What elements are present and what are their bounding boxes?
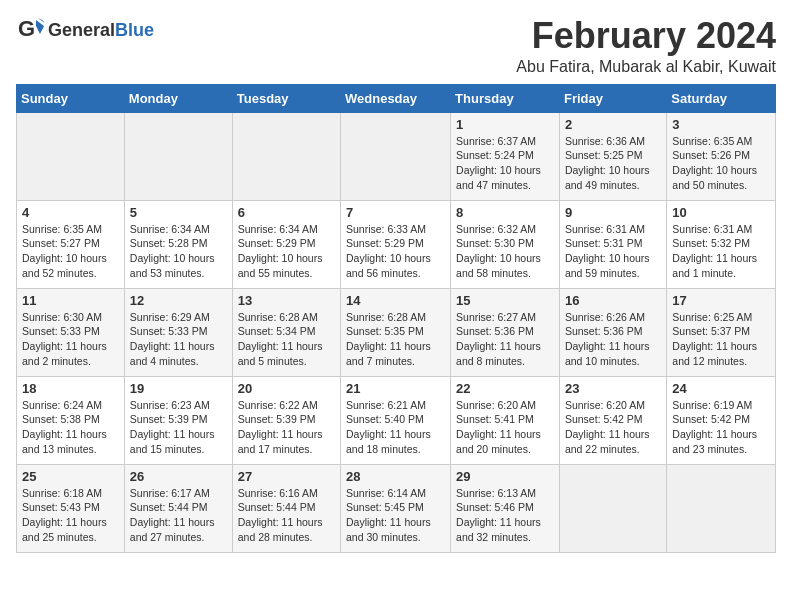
calendar-cell: 3Sunrise: 6:35 AMSunset: 5:26 PMDaylight… xyxy=(667,112,776,200)
day-info: Sunrise: 6:27 AMSunset: 5:36 PMDaylight:… xyxy=(456,310,554,369)
day-number: 7 xyxy=(346,205,445,220)
day-info: Sunrise: 6:35 AMSunset: 5:27 PMDaylight:… xyxy=(22,222,119,281)
logo-icon: G xyxy=(16,16,44,44)
day-number: 19 xyxy=(130,381,227,396)
calendar-week-5: 25Sunrise: 6:18 AMSunset: 5:43 PMDayligh… xyxy=(17,464,776,552)
calendar-cell: 12Sunrise: 6:29 AMSunset: 5:33 PMDayligh… xyxy=(124,288,232,376)
calendar-cell: 17Sunrise: 6:25 AMSunset: 5:37 PMDayligh… xyxy=(667,288,776,376)
day-number: 29 xyxy=(456,469,554,484)
calendar-cell: 26Sunrise: 6:17 AMSunset: 5:44 PMDayligh… xyxy=(124,464,232,552)
calendar-cell: 18Sunrise: 6:24 AMSunset: 5:38 PMDayligh… xyxy=(17,376,125,464)
weekday-header-sunday: Sunday xyxy=(17,84,125,112)
day-info: Sunrise: 6:13 AMSunset: 5:46 PMDaylight:… xyxy=(456,486,554,545)
day-info: Sunrise: 6:26 AMSunset: 5:36 PMDaylight:… xyxy=(565,310,661,369)
weekday-header-row: SundayMondayTuesdayWednesdayThursdayFrid… xyxy=(17,84,776,112)
day-info: Sunrise: 6:29 AMSunset: 5:33 PMDaylight:… xyxy=(130,310,227,369)
weekday-header-saturday: Saturday xyxy=(667,84,776,112)
calendar-cell: 7Sunrise: 6:33 AMSunset: 5:29 PMDaylight… xyxy=(341,200,451,288)
day-number: 28 xyxy=(346,469,445,484)
day-number: 18 xyxy=(22,381,119,396)
calendar-cell: 22Sunrise: 6:20 AMSunset: 5:41 PMDayligh… xyxy=(451,376,560,464)
calendar-cell: 1Sunrise: 6:37 AMSunset: 5:24 PMDaylight… xyxy=(451,112,560,200)
svg-marker-1 xyxy=(36,20,44,34)
day-info: Sunrise: 6:20 AMSunset: 5:41 PMDaylight:… xyxy=(456,398,554,457)
page-header: G GeneralBlue February 2024 Abu Fatira, … xyxy=(16,16,776,76)
calendar-cell: 11Sunrise: 6:30 AMSunset: 5:33 PMDayligh… xyxy=(17,288,125,376)
calendar-table: SundayMondayTuesdayWednesdayThursdayFrid… xyxy=(16,84,776,553)
day-info: Sunrise: 6:23 AMSunset: 5:39 PMDaylight:… xyxy=(130,398,227,457)
calendar-cell xyxy=(559,464,666,552)
day-number: 16 xyxy=(565,293,661,308)
day-number: 9 xyxy=(565,205,661,220)
calendar-cell: 29Sunrise: 6:13 AMSunset: 5:46 PMDayligh… xyxy=(451,464,560,552)
day-info: Sunrise: 6:17 AMSunset: 5:44 PMDaylight:… xyxy=(130,486,227,545)
day-info: Sunrise: 6:19 AMSunset: 5:42 PMDaylight:… xyxy=(672,398,770,457)
day-info: Sunrise: 6:31 AMSunset: 5:31 PMDaylight:… xyxy=(565,222,661,281)
weekday-header-tuesday: Tuesday xyxy=(232,84,340,112)
day-info: Sunrise: 6:34 AMSunset: 5:28 PMDaylight:… xyxy=(130,222,227,281)
calendar-cell xyxy=(667,464,776,552)
weekday-header-wednesday: Wednesday xyxy=(341,84,451,112)
day-info: Sunrise: 6:31 AMSunset: 5:32 PMDaylight:… xyxy=(672,222,770,281)
calendar-cell: 16Sunrise: 6:26 AMSunset: 5:36 PMDayligh… xyxy=(559,288,666,376)
calendar-cell: 24Sunrise: 6:19 AMSunset: 5:42 PMDayligh… xyxy=(667,376,776,464)
calendar-cell: 10Sunrise: 6:31 AMSunset: 5:32 PMDayligh… xyxy=(667,200,776,288)
day-number: 27 xyxy=(238,469,335,484)
day-number: 6 xyxy=(238,205,335,220)
day-info: Sunrise: 6:28 AMSunset: 5:35 PMDaylight:… xyxy=(346,310,445,369)
calendar-cell: 8Sunrise: 6:32 AMSunset: 5:30 PMDaylight… xyxy=(451,200,560,288)
calendar-week-1: 1Sunrise: 6:37 AMSunset: 5:24 PMDaylight… xyxy=(17,112,776,200)
day-info: Sunrise: 6:18 AMSunset: 5:43 PMDaylight:… xyxy=(22,486,119,545)
day-number: 15 xyxy=(456,293,554,308)
day-info: Sunrise: 6:35 AMSunset: 5:26 PMDaylight:… xyxy=(672,134,770,193)
day-info: Sunrise: 6:32 AMSunset: 5:30 PMDaylight:… xyxy=(456,222,554,281)
day-number: 3 xyxy=(672,117,770,132)
day-info: Sunrise: 6:25 AMSunset: 5:37 PMDaylight:… xyxy=(672,310,770,369)
title-section: February 2024 Abu Fatira, Mubarak al Kab… xyxy=(516,16,776,76)
day-number: 21 xyxy=(346,381,445,396)
calendar-cell: 13Sunrise: 6:28 AMSunset: 5:34 PMDayligh… xyxy=(232,288,340,376)
day-info: Sunrise: 6:14 AMSunset: 5:45 PMDaylight:… xyxy=(346,486,445,545)
day-number: 8 xyxy=(456,205,554,220)
day-info: Sunrise: 6:36 AMSunset: 5:25 PMDaylight:… xyxy=(565,134,661,193)
day-info: Sunrise: 6:21 AMSunset: 5:40 PMDaylight:… xyxy=(346,398,445,457)
calendar-cell: 25Sunrise: 6:18 AMSunset: 5:43 PMDayligh… xyxy=(17,464,125,552)
calendar-cell: 2Sunrise: 6:36 AMSunset: 5:25 PMDaylight… xyxy=(559,112,666,200)
day-info: Sunrise: 6:28 AMSunset: 5:34 PMDaylight:… xyxy=(238,310,335,369)
day-number: 11 xyxy=(22,293,119,308)
calendar-cell xyxy=(17,112,125,200)
calendar-cell: 20Sunrise: 6:22 AMSunset: 5:39 PMDayligh… xyxy=(232,376,340,464)
calendar-cell: 15Sunrise: 6:27 AMSunset: 5:36 PMDayligh… xyxy=(451,288,560,376)
calendar-cell: 9Sunrise: 6:31 AMSunset: 5:31 PMDaylight… xyxy=(559,200,666,288)
logo-text-blue: Blue xyxy=(115,20,154,41)
calendar-cell: 6Sunrise: 6:34 AMSunset: 5:29 PMDaylight… xyxy=(232,200,340,288)
calendar-cell: 14Sunrise: 6:28 AMSunset: 5:35 PMDayligh… xyxy=(341,288,451,376)
day-number: 23 xyxy=(565,381,661,396)
calendar-cell xyxy=(232,112,340,200)
day-number: 12 xyxy=(130,293,227,308)
day-number: 20 xyxy=(238,381,335,396)
calendar-cell: 4Sunrise: 6:35 AMSunset: 5:27 PMDaylight… xyxy=(17,200,125,288)
calendar-cell xyxy=(341,112,451,200)
day-number: 17 xyxy=(672,293,770,308)
month-title: February 2024 xyxy=(516,16,776,56)
day-number: 1 xyxy=(456,117,554,132)
day-info: Sunrise: 6:20 AMSunset: 5:42 PMDaylight:… xyxy=(565,398,661,457)
calendar-cell: 28Sunrise: 6:14 AMSunset: 5:45 PMDayligh… xyxy=(341,464,451,552)
calendar-cell xyxy=(124,112,232,200)
day-info: Sunrise: 6:33 AMSunset: 5:29 PMDaylight:… xyxy=(346,222,445,281)
weekday-header-friday: Friday xyxy=(559,84,666,112)
day-number: 5 xyxy=(130,205,227,220)
calendar-cell: 23Sunrise: 6:20 AMSunset: 5:42 PMDayligh… xyxy=(559,376,666,464)
day-number: 13 xyxy=(238,293,335,308)
day-number: 26 xyxy=(130,469,227,484)
logo: G GeneralBlue xyxy=(16,16,154,44)
logo-text-general: General xyxy=(48,20,115,41)
day-info: Sunrise: 6:37 AMSunset: 5:24 PMDaylight:… xyxy=(456,134,554,193)
location-title: Abu Fatira, Mubarak al Kabir, Kuwait xyxy=(516,58,776,76)
calendar-cell: 27Sunrise: 6:16 AMSunset: 5:44 PMDayligh… xyxy=(232,464,340,552)
svg-text:G: G xyxy=(18,16,35,41)
calendar-cell: 21Sunrise: 6:21 AMSunset: 5:40 PMDayligh… xyxy=(341,376,451,464)
day-number: 24 xyxy=(672,381,770,396)
day-number: 4 xyxy=(22,205,119,220)
